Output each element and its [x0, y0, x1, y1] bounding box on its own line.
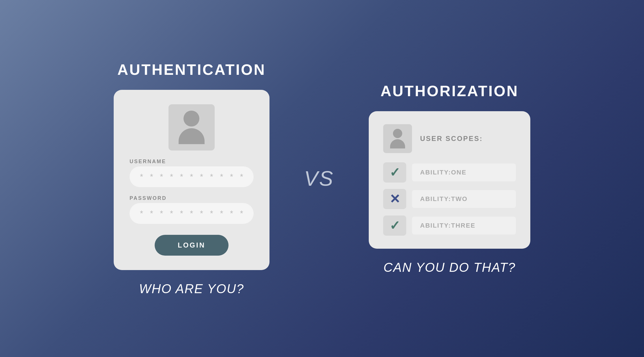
scope-label-box-three: ABILITY:THREE [412, 217, 516, 235]
small-avatar-icon [390, 129, 405, 148]
authorization-section: AUTHORIZATION USER SCOPES: ✓ ABILITY:ONE [369, 82, 530, 275]
scope-label-box-one: ABILITY:ONE [412, 163, 516, 181]
small-avatar-body [390, 139, 405, 148]
username-label: USERNAME [130, 159, 254, 165]
scope-label-one: ABILITY:ONE [420, 169, 467, 176]
password-input[interactable] [130, 203, 254, 224]
scope-check-three: ✓ [383, 215, 406, 236]
scope-check-two: ✕ [383, 189, 406, 209]
vs-label: VS [304, 167, 334, 190]
authentication-title: AUTHENTICATION [117, 61, 266, 78]
authorization-subtitle: CAN YOU DO THAT? [383, 260, 516, 275]
main-container: AUTHENTICATION USERNAME PASSWORD LOGIN W… [0, 44, 644, 313]
scope-label-two: ABILITY:TWO [420, 195, 468, 202]
avatar-body [179, 128, 205, 144]
scope-label-box-two: ABILITY:TWO [412, 190, 516, 208]
scope-row-one: ✓ ABILITY:ONE [383, 162, 516, 183]
authorization-title: AUTHORIZATION [381, 82, 519, 100]
scope-row-two: ✕ ABILITY:TWO [383, 189, 516, 209]
avatar-icon [179, 111, 205, 144]
scope-row-three: ✓ ABILITY:THREE [383, 215, 516, 236]
avatar-container [169, 104, 215, 150]
check-icon-one: ✓ [390, 166, 400, 179]
authentication-subtitle: WHO ARE YOU? [139, 282, 244, 296]
authentication-section: AUTHENTICATION USERNAME PASSWORD LOGIN W… [114, 61, 269, 296]
password-group: PASSWORD [130, 195, 254, 224]
cross-icon-two: ✕ [390, 193, 400, 205]
small-avatar [383, 124, 412, 153]
authentication-card: USERNAME PASSWORD LOGIN [114, 90, 269, 270]
login-button[interactable]: LOGIN [155, 235, 229, 256]
scope-label-three: ABILITY:THREE [420, 222, 475, 229]
scope-check-one: ✓ [383, 162, 406, 183]
check-icon-three: ✓ [390, 219, 400, 232]
authorization-card: USER SCOPES: ✓ ABILITY:ONE ✕ ABILITY:TWO [369, 111, 530, 249]
user-header: USER SCOPES: [383, 124, 516, 153]
small-avatar-head [393, 129, 402, 138]
avatar-head [184, 111, 199, 127]
user-scopes-label: USER SCOPES: [420, 135, 483, 143]
password-label: PASSWORD [130, 195, 254, 201]
username-input[interactable] [130, 166, 254, 187]
username-group: USERNAME [130, 159, 254, 187]
